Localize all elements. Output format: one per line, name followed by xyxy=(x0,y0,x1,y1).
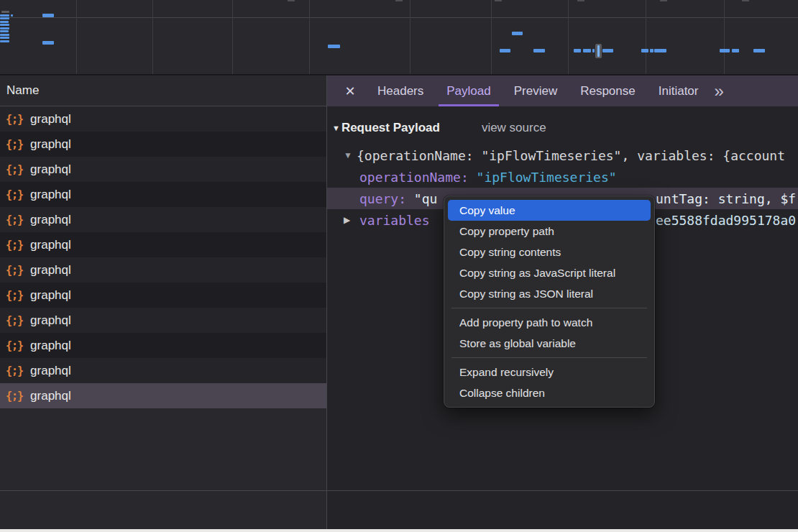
devtools-network-panel: Name {;}graphql{;}graphql{;}graphql{;}gr… xyxy=(0,0,798,532)
request-timing-bar xyxy=(592,49,595,52)
request-timing-bar xyxy=(328,45,340,48)
request-payload-section-header[interactable]: ▼ Request Payload view source xyxy=(332,119,546,137)
request-name: graphql xyxy=(30,364,71,378)
menu-item-store-as-global-variable[interactable]: Store as global variable xyxy=(448,333,651,354)
request-timing-bar xyxy=(720,49,730,52)
network-overview-timeline[interactable] xyxy=(0,0,798,75)
panel-resize-divider[interactable] xyxy=(326,75,327,529)
json-request-icon: {;} xyxy=(6,163,23,176)
menu-item-expand-recursively[interactable]: Expand recursively xyxy=(448,362,651,382)
request-row-graphql[interactable]: {;}graphql xyxy=(0,283,326,308)
request-timing-bar xyxy=(650,49,653,52)
tree-expanded-triangle-icon[interactable]: ▼ xyxy=(344,150,352,160)
overview-gridline xyxy=(152,0,153,74)
view-source-link[interactable]: view source xyxy=(482,121,546,135)
summary-bar-divider xyxy=(0,490,798,491)
overview-tick xyxy=(660,0,667,1)
context-menu: Copy valueCopy property pathCopy string … xyxy=(444,196,655,408)
request-row-graphql[interactable]: {;}graphql xyxy=(0,257,326,283)
property-value-start: "qu xyxy=(414,191,438,206)
tab-payload[interactable]: Payload xyxy=(439,75,498,106)
request-name: graphql xyxy=(30,213,71,227)
json-request-icon: {;} xyxy=(6,214,23,226)
request-timing-bar xyxy=(654,49,666,52)
property-key: query: xyxy=(359,191,414,206)
tree-collapsed-triangle-icon[interactable]: ▶ xyxy=(344,215,350,225)
request-name: graphql xyxy=(30,112,71,127)
request-name: graphql xyxy=(30,389,71,403)
request-timing-bar xyxy=(500,49,510,52)
overview-gridline xyxy=(568,0,569,74)
json-request-icon: {;} xyxy=(6,314,23,327)
hovered-bar-marker-fill xyxy=(597,45,600,57)
json-request-icon: {;} xyxy=(6,188,23,201)
request-row-graphql[interactable]: {;}graphql xyxy=(0,157,326,182)
tab-response[interactable]: Response xyxy=(572,75,643,106)
request-row-graphql[interactable]: {;}graphql xyxy=(0,182,326,207)
overview-tick xyxy=(577,0,584,1)
request-timing-bar xyxy=(42,41,54,45)
json-request-icon: {;} xyxy=(6,364,23,377)
json-request-icon: {;} xyxy=(6,138,23,151)
overview-gridline xyxy=(76,0,77,74)
request-timing-bar xyxy=(0,37,9,39)
overview-tick xyxy=(742,0,749,1)
request-row-graphql[interactable]: {;}graphql xyxy=(0,308,326,333)
property-key: variables xyxy=(359,213,430,228)
menu-separator xyxy=(451,308,647,308)
tab-preview[interactable]: Preview xyxy=(506,75,565,106)
overview-tick xyxy=(288,0,295,1)
tab-initiator[interactable]: Initiator xyxy=(651,75,707,106)
menu-item-copy-value[interactable]: Copy value xyxy=(448,200,651,221)
menu-item-copy-property-path[interactable]: Copy property path xyxy=(448,221,651,242)
request-name: graphql xyxy=(30,339,71,353)
overview-gridline xyxy=(309,0,310,74)
close-icon[interactable]: ✕ xyxy=(334,83,366,99)
detail-tabbar: ✕ HeadersPayloadPreviewResponseInitiator… xyxy=(327,75,798,106)
name-column-header[interactable]: Name xyxy=(0,75,326,106)
request-timing-bar xyxy=(732,49,739,52)
request-timing-bar xyxy=(574,49,581,52)
tree-root-row[interactable]: ▼ {operationName: "ipFlowTimeseries", va… xyxy=(327,145,798,166)
request-timing-bar xyxy=(42,14,54,17)
overview-gridline-horizontal xyxy=(0,17,798,18)
request-timing-bar xyxy=(11,14,13,17)
request-row-graphql[interactable]: {;}graphql xyxy=(0,333,326,358)
name-column-label: Name xyxy=(6,83,39,97)
request-row-graphql[interactable]: {;}graphql xyxy=(0,106,326,132)
menu-separator xyxy=(451,357,647,358)
property-value-continuation: untTag: string, $f xyxy=(656,191,796,206)
tree-operationname-row[interactable]: operationName: "ipFlowTimeseries" xyxy=(327,166,798,188)
hovered-bar-marker xyxy=(595,44,602,58)
request-row-graphql[interactable]: {;}graphql xyxy=(0,383,326,408)
request-timing-bar xyxy=(0,14,9,17)
section-expanded-triangle-icon[interactable]: ▼ xyxy=(332,124,340,132)
request-timing-bar xyxy=(1,11,9,13)
request-row-graphql[interactable]: {;}graphql xyxy=(0,232,326,257)
menu-item-add-property-path-to-watch[interactable]: Add property path to watch xyxy=(448,312,651,333)
request-row-graphql[interactable]: {;}graphql xyxy=(0,132,326,157)
menu-item-collapse-children[interactable]: Collapse children xyxy=(448,382,651,403)
menu-item-copy-string-as-json-literal[interactable]: Copy string as JSON literal xyxy=(448,283,651,304)
tab-headers[interactable]: Headers xyxy=(370,75,431,106)
menu-item-copy-string-contents[interactable]: Copy string contents xyxy=(448,242,651,262)
json-request-icon: {;} xyxy=(6,239,23,252)
request-row-graphql[interactable]: {;}graphql xyxy=(0,358,326,383)
variables-preview-continuation: ee5588fdad995178a0 xyxy=(656,213,796,228)
request-name: graphql xyxy=(30,288,71,303)
more-tabs-icon[interactable]: » xyxy=(714,77,723,106)
json-request-icon: {;} xyxy=(6,390,23,403)
request-timing-bar xyxy=(753,49,765,52)
request-timing-bar xyxy=(0,34,9,36)
request-timing-bar xyxy=(602,49,613,52)
request-timing-bar xyxy=(0,21,9,23)
request-timing-bar xyxy=(583,49,591,52)
menu-item-copy-string-as-javascript-literal[interactable]: Copy string as JavaScript literal xyxy=(448,262,651,283)
request-list: {;}graphql{;}graphql{;}graphql{;}graphql… xyxy=(0,106,326,408)
request-row-graphql[interactable]: {;}graphql xyxy=(0,207,326,232)
request-name: graphql xyxy=(30,137,71,152)
overview-tick xyxy=(495,0,502,1)
detail-tabs: HeadersPayloadPreviewResponseInitiator xyxy=(366,75,710,106)
requests-panel: Name {;}graphql{;}graphql{;}graphql{;}gr… xyxy=(0,75,326,532)
property-value: "ipFlowTimeseries" xyxy=(477,170,617,185)
